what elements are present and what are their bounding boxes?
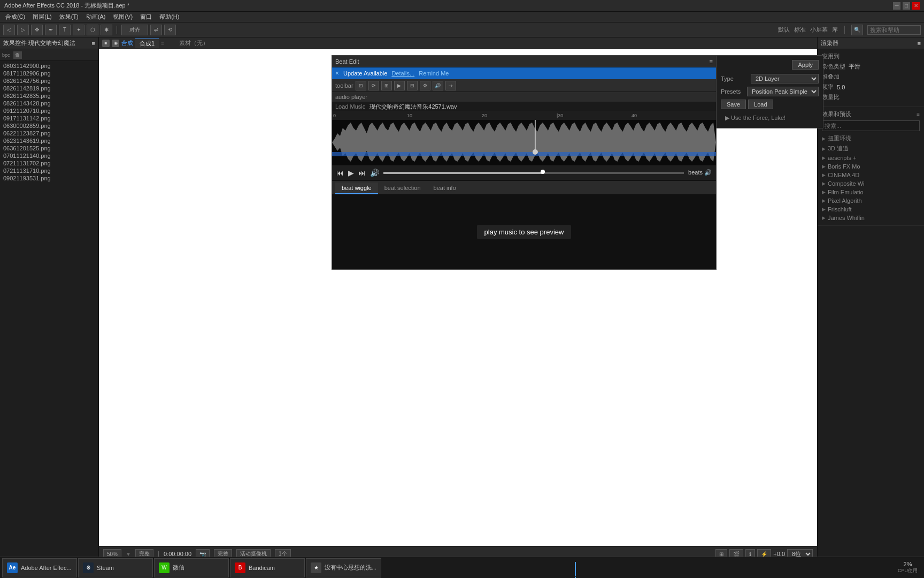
beat-tool-7[interactable]: 🔊 [433,81,443,90]
workspace-standard[interactable]: 标准 [794,26,806,34]
effect-item[interactable]: ▶ Pixel Algorith [822,196,920,205]
file-item[interactable]: 07211131702.png [1,159,97,167]
play-btn[interactable]: ▶ [348,169,354,177]
file-item[interactable]: 08261142756.png [1,77,97,85]
wechat-icon: W [159,562,170,573]
taskbar-wechat[interactable]: W 微信 [154,558,229,577]
file-item[interactable]: 07211131710.png [1,167,97,174]
comp-tab-label[interactable]: 合成 [121,39,133,47]
menu-view[interactable]: 视图(V) [110,12,136,22]
menu-layer[interactable]: 图层(L) [29,12,55,22]
menu-composition[interactable]: 合成(C) [2,12,28,22]
toolbar-btn-10[interactable]: ⟲ [164,25,176,35]
close-button[interactable]: ✕ [912,2,920,10]
left-toolbar-delete[interactable]: 🗑 [13,51,22,59]
menu-window[interactable]: 窗口 [137,12,155,22]
file-item[interactable]: 06361201525.png [1,144,97,152]
remind-btn[interactable]: Remind Me [419,70,449,77]
effect-item[interactable]: ▶ 扭重环境 [822,133,920,143]
beat-tool-6[interactable]: ⚙ [420,81,430,90]
file-item[interactable]: 06231143619.png [1,137,97,144]
beat-tool-1[interactable]: ⊡ [356,81,366,90]
file-item[interactable]: 08261142819.png [1,85,97,92]
effect-item[interactable]: ▶ 3D 追道 [822,143,920,154]
menu-animation[interactable]: 动画(A) [83,12,109,22]
count-label: 数量比 [822,93,840,101]
toolbar-btn-9[interactable]: ⇌ [150,25,162,35]
toolbar-btn-3[interactable]: ✥ [31,25,43,35]
maximize-button[interactable]: □ [903,2,910,10]
effect-item[interactable]: ▶ Film Emulatio [822,188,920,196]
effects-search[interactable] [822,120,920,131]
file-item[interactable]: 06221123827.png [1,130,97,137]
taskbar-bandicam[interactable]: B Bandicam [230,558,305,577]
volume-btn[interactable]: 🔊 [370,169,379,177]
effect-item[interactable]: ▶ aescripts + [822,154,920,162]
toolbar-btn-4[interactable]: ✒ [45,25,57,35]
toolbar-btn-1[interactable]: ◁ [3,25,15,35]
skip-forward-btn[interactable]: ⏭ [358,169,366,177]
update-close-btn[interactable]: × [335,70,339,77]
progress-thumb[interactable] [541,170,545,174]
taskbar-steam[interactable]: ⚙ Steam [78,558,153,577]
search-button[interactable]: 🔍 [851,25,863,35]
effect-item[interactable]: ▶ Composite Wi [822,179,920,188]
bandicam-icon: B [235,562,245,573]
workspace-library[interactable]: 库 [832,26,838,34]
audio-player-section: audio player Load Music 现代交响奇幻魔法音乐42571.… [332,92,716,180]
effect-item[interactable]: ▶ CINEMA 4D [822,171,920,179]
minimize-button[interactable]: ─ [893,2,900,10]
file-item[interactable]: 06300002859.png [1,122,97,130]
toolbar-btn-6[interactable]: ✦ [73,25,84,35]
renderer-menu[interactable]: ≡ [918,40,921,47]
beat-toolbar: toolbar ⊡ ⟳ ⊞ ▶ ⊟ ⚙ 🔊 ⇢ [332,79,716,92]
taskbar-other[interactable]: ★ 没有中心思想的洗... [306,558,381,577]
beat-tool-5[interactable]: ⊟ [407,81,418,90]
comp-tab-active[interactable]: 合成1 [135,39,159,48]
effect-item[interactable]: ▶ James Whiffin [822,214,920,222]
toolbar-btn-7[interactable]: ⬡ [87,25,98,35]
file-item[interactable]: 08261142835.png [1,92,97,100]
beat-edit-menu[interactable]: ≡ [710,58,713,65]
menu-effects[interactable]: 效果(T) [56,12,82,22]
beat-tool-4[interactable]: ▶ [394,81,405,90]
effects-menu[interactable]: ≡ [917,111,920,117]
toolbar-btn-8[interactable]: ✱ [101,25,112,35]
toolbar-btn-align[interactable]: 对齐 [121,25,148,35]
beat-wiggle-tab[interactable]: beat wiggle [335,182,378,194]
file-item[interactable]: 07011121140.png [1,152,97,159]
search-input[interactable] [867,25,921,35]
beat-selection-tab[interactable]: beat selection [378,182,427,194]
taskbar-ae[interactable]: Ae Adobe After Effec... [2,558,77,577]
presets-select[interactable]: Position Peak Simple [747,87,819,96]
beat-tool-8[interactable]: ⇢ [445,81,456,90]
menu-help[interactable]: 帮助(H) [156,12,182,22]
beat-tool-3[interactable]: ⊞ [381,81,392,90]
file-item[interactable]: 08171182906.png [1,70,97,77]
workspace-small[interactable]: 小屏幕 [810,26,828,34]
audio-player-label: audio player [332,92,716,102]
expand-icon[interactable]: ≡ [92,40,95,47]
type-select[interactable]: 2D Layer [751,74,819,83]
progress-fill [383,172,543,174]
details-link[interactable]: Details... [391,70,414,77]
beat-info-tab[interactable]: beat info [427,182,463,194]
toolbar-btn-2[interactable]: ▷ [17,25,29,35]
beat-tool-2[interactable]: ⟳ [368,81,379,90]
effects-presets-section: 效果和预设 ≡ ▶ 扭重环境 ▶ 3D 追道 ▶ aescripts + ▶ B… [818,107,924,226]
comp-menu-icon[interactable]: ≡ [161,40,164,46]
load-btn[interactable]: Load [748,100,773,109]
effect-item[interactable]: ▶ Boris FX Mo [822,162,920,171]
file-item[interactable]: 09171131142.png [1,115,97,122]
toolbar-btn-5[interactable]: T [59,25,71,35]
file-item[interactable]: 08031142900.png [1,62,97,70]
effect-item[interactable]: ▶ Frischluft [822,205,920,214]
progress-bar[interactable] [383,172,684,174]
file-item[interactable]: 09121120710.png [1,107,97,115]
skip-back-btn[interactable]: ⏮ [336,169,344,177]
file-item[interactable]: 08261143428.png [1,100,97,107]
file-item[interactable]: 09021193531.png [1,174,97,182]
workspace-default[interactable]: 默认 [778,26,790,34]
save-btn[interactable]: Save [721,100,746,109]
apply-btn[interactable]: Apply [792,60,819,70]
